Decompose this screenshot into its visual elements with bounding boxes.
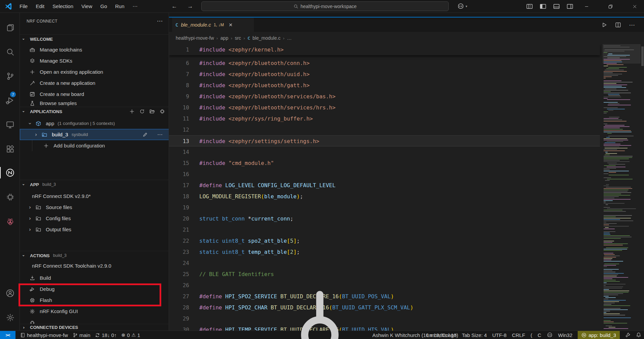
nrf-active-build-item[interactable]: app: build_3 — [578, 331, 620, 339]
run-debug-icon[interactable] — [3, 93, 18, 108]
build-more-actions-icon[interactable]: ⋯ — [157, 132, 163, 137]
encoding-item[interactable]: UTF-8 — [492, 332, 507, 338]
code-line-8[interactable]: 8#include <zephyr/bluetooth/gatt.h> — [169, 80, 600, 91]
welcome-item-browse-samples[interactable]: Browse samples — [20, 100, 169, 107]
nrf-terminal-icon[interactable] — [3, 190, 18, 204]
welcome-item-create-a-new-application[interactable]: Create a new application — [20, 77, 169, 89]
language-mode-item[interactable]: C — [538, 332, 541, 338]
accounts-icon[interactable] — [3, 286, 18, 301]
search-view-icon[interactable] — [3, 44, 18, 59]
welcome-item-manage-sdks[interactable]: Manage SDKs — [20, 55, 169, 66]
menu-view[interactable]: View — [77, 2, 96, 11]
code-line-7[interactable]: 7#include <zephyr/bluetooth/uuid.h> — [169, 69, 600, 80]
language-paren-item[interactable]: ( — [531, 332, 532, 338]
menu-selection[interactable]: Selection — [48, 2, 77, 11]
minimize-button[interactable] — [579, 0, 594, 13]
menu-file[interactable]: File — [15, 2, 32, 11]
breadcrumb-item[interactable]: app — [221, 35, 228, 41]
code-line-11[interactable]: 11#include <zephyr/sys/ring_buffer.h> — [169, 113, 600, 124]
tab-ble-module[interactable]: C ble_module.c 1, ↓M ✕ — [172, 18, 254, 32]
tree-item-build-3[interactable]: › build_3 sysbuild ⋯ — [20, 129, 169, 140]
toggle-sidebar-icon[interactable] — [540, 3, 547, 10]
menu-run[interactable]: Run — [111, 2, 129, 11]
section-actions[interactable]: ›ACTIONS build_3 — [20, 251, 169, 260]
tree-item-output-files[interactable]: ›Output files — [20, 224, 169, 235]
notifications-bell-icon[interactable] — [636, 332, 641, 338]
code-line-19[interactable]: 19 — [169, 202, 600, 213]
edit-build-config-icon[interactable] — [142, 132, 148, 137]
cursor-position-item[interactable]: Ln 13, Col 13 — [427, 332, 456, 338]
welcome-item-create-a-new-board[interactable]: Create a new board — [20, 89, 169, 100]
toggle-panel-icon[interactable] — [553, 3, 561, 10]
toolchain-manager-icon[interactable] — [160, 109, 165, 114]
code-line-16[interactable]: 16 — [169, 169, 600, 180]
breadcrumb-item[interactable]: healthypi-move-fw — [176, 35, 214, 41]
code-line-15[interactable]: 15#include "cmd_module.h" — [169, 158, 600, 169]
code-line-10[interactable]: 10#include <zephyr/bluetooth/services/hr… — [169, 102, 600, 113]
editor-more-actions-icon[interactable]: ⋯ — [628, 21, 636, 29]
branch-item[interactable]: main — [73, 332, 91, 338]
menu-go[interactable]: Go — [96, 2, 111, 11]
code-line-17[interactable]: 17#define LOG_LEVEL CONFIG_LOG_DEFAULT_L… — [169, 180, 600, 191]
breadcrumb-item[interactable]: ble_module.c — [252, 35, 280, 41]
welcome-item-manage-toolchains[interactable]: Manage toolchains — [20, 44, 169, 55]
code-line-6[interactable]: 6#include <zephyr/bluetooth/conn.h> — [169, 58, 600, 69]
nav-back-icon[interactable]: ← — [170, 2, 179, 10]
welcome-item-open-an-existing-application[interactable]: Open an existing application — [20, 66, 169, 77]
code-line-25[interactable]: 25// BLE GATT Identifiers — [169, 269, 600, 280]
section-applications[interactable]: ›APPLICATIONS — [20, 107, 169, 116]
minimap[interactable] — [603, 44, 641, 331]
raspberry-pi-icon[interactable] — [3, 214, 18, 229]
os-item[interactable]: Win32 — [558, 332, 573, 338]
explorer-icon[interactable] — [3, 20, 18, 35]
code-line-9[interactable]: 9#include <zephyr/bluetooth/services/bas… — [169, 91, 600, 102]
code-line-22[interactable]: 22static uint8_t spo2_att_ble[5]; — [169, 235, 600, 246]
breadcrumb-item[interactable]: … — [287, 35, 292, 41]
close-button[interactable] — [627, 0, 642, 13]
add-build-configuration[interactable]: Add build configuration — [20, 140, 169, 151]
open-application-icon[interactable] — [149, 109, 155, 114]
customize-layout-icon[interactable] — [526, 3, 534, 10]
nrf-connect-icon[interactable] — [3, 165, 18, 180]
toggle-secondary-sidebar-icon[interactable] — [567, 3, 574, 10]
sync-item[interactable]: 18↓ 0↑ — [95, 332, 116, 338]
section-welcome[interactable]: ›WELCOME — [20, 34, 169, 43]
toolchain-version-label[interactable]: nRF Connect SDK Toolchain v2.9.0 — [20, 260, 169, 271]
tree-item-app[interactable]: › app (1 configuration | 5 contexts) — [20, 118, 169, 129]
command-center-search[interactable]: healthypi-move-workspace — [201, 1, 449, 11]
refresh-applications-icon[interactable] — [139, 109, 145, 114]
settings-gear-icon[interactable] — [3, 310, 18, 325]
action-nrf-kconfig-gui[interactable]: nRF Kconfig GUI — [20, 306, 169, 317]
code-line-18[interactable]: 18LOG_MODULE_REGISTER(ble_module); — [169, 191, 600, 202]
section-connected-devices[interactable]: ›CONNECTED DEVICES — [20, 324, 169, 331]
sidebar-more-actions-icon[interactable]: ⋯ — [157, 18, 163, 25]
code-line-24[interactable]: 24 — [169, 258, 600, 269]
split-editor-icon[interactable] — [614, 21, 622, 29]
tab-close-icon[interactable]: ✕ — [229, 22, 233, 28]
code-line-12[interactable]: 12 — [169, 124, 600, 135]
scrollbar[interactable] — [641, 46, 644, 66]
code-line-14[interactable]: 14 — [169, 146, 600, 158]
copilot-menu[interactable]: ▾ — [457, 3, 467, 10]
code-line-1[interactable]: 1#include <zephyr/kernel.h> — [169, 44, 600, 55]
code-line-23[interactable]: 23static uint8_t temp_att_ble[2]; — [169, 246, 600, 258]
nav-forward-icon[interactable]: → — [186, 2, 195, 10]
code-line-20[interactable]: 20struct bt_conn *current_conn; — [169, 213, 600, 224]
menu-edit[interactable]: Edit — [32, 2, 48, 11]
breadcrumb-item[interactable]: src — [235, 35, 241, 41]
source-control-icon[interactable] — [3, 69, 18, 83]
sdk-version-label[interactable]: nRF Connect SDK v2.9.0* — [20, 191, 169, 202]
add-application-icon[interactable] — [129, 109, 135, 114]
code-line-21[interactable]: 21 — [169, 224, 600, 235]
indentation-item[interactable]: Tab Size: 4 — [462, 332, 487, 338]
remote-indicator[interactable]: >< — [0, 331, 15, 339]
action-build[interactable]: Build — [20, 272, 169, 283]
tools-icon[interactable] — [625, 332, 631, 338]
menu-[interactable]: ⋯ — [129, 2, 142, 11]
extensions-icon[interactable] — [3, 141, 18, 156]
code-line-13[interactable]: 13#include <zephyr/settings/settings.h> — [169, 135, 600, 146]
run-file-icon[interactable] — [600, 21, 608, 29]
tree-item-config-files[interactable]: ›Config files — [20, 213, 169, 224]
repo-item[interactable]: healthypi-move-fw — [20, 332, 68, 338]
section-app[interactable]: ›APP build_3 — [20, 180, 169, 189]
